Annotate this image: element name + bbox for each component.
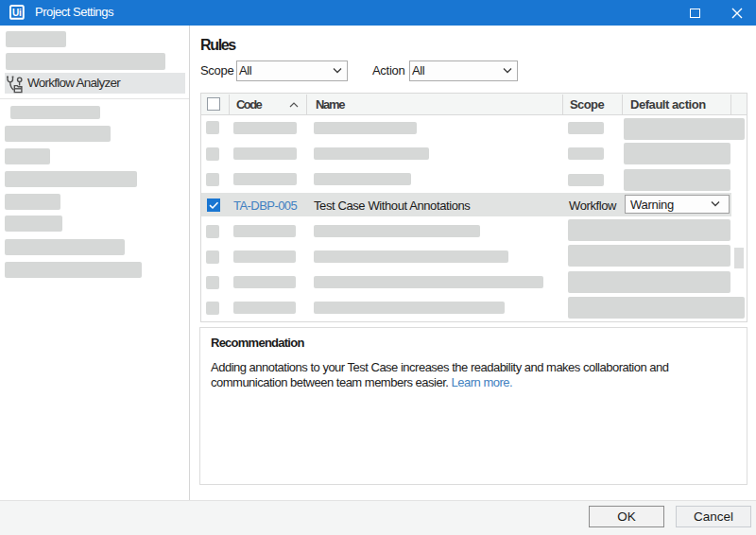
svg-text:Ui: Ui [12,8,22,18]
